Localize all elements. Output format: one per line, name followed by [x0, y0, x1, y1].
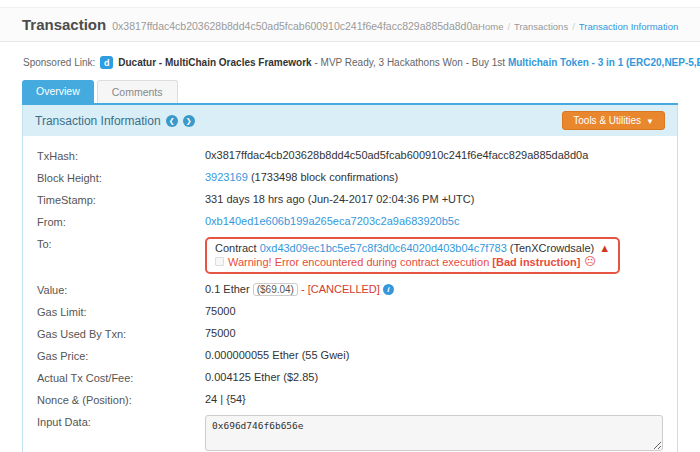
contract-prefix: Contract	[215, 242, 260, 254]
contract-warning-line: Warning! Error encountered during contra…	[215, 256, 610, 268]
page-title-hash: 0x3817ffdac4cb203628b8dd4c50ad5fcab60091…	[112, 20, 478, 32]
row-label: Nonce & (Position):	[37, 393, 205, 406]
breadcrumb-home[interactable]: Home	[478, 21, 503, 32]
row-gas-price: Gas Price: 0.000000055 Ether (55 Gwei)	[37, 344, 663, 366]
info-icon[interactable]: i	[383, 284, 394, 295]
sponsored-bold-text: Ducatur - MultiChain Oracles Framework	[118, 57, 311, 68]
prev-transaction-icon[interactable]: ❮	[166, 115, 178, 127]
from-address-link[interactable]: 0xb140ed1e606b199a265eca7203c2a9a683920b…	[205, 215, 459, 227]
cancelled-status: [CANCELLED]	[308, 283, 380, 295]
chevron-down-icon: ▼	[646, 117, 654, 126]
input-data-textarea[interactable]: 0x696d746f6b656e	[205, 415, 663, 451]
row-nonce: Nonce & (Position): 24 | {54}	[37, 388, 663, 410]
sponsored-label: Sponsored Link:	[23, 57, 95, 68]
panel-title: Transaction Information	[35, 114, 161, 128]
row-label: To:	[37, 237, 205, 250]
row-label: Block Height:	[37, 171, 205, 184]
timestamp-value: 331 days 18 hrs ago (Jun-24-2017 02:04:3…	[205, 193, 474, 205]
page-title-wrap: Transaction0x3817ffdac4cb203628b8dd4c50a…	[22, 16, 478, 33]
warning-text: Warning! Error encountered during contra…	[228, 256, 492, 268]
row-gas-used: Gas Used By Txn: 75000	[37, 322, 663, 344]
transaction-panel: Transaction Information ❮ ❯ Tools & Util…	[22, 105, 678, 452]
row-from: From: 0xb140ed1e606b199a265eca7203c2a9a6…	[37, 210, 663, 232]
tools-utilities-label: Tools & Utilities	[573, 115, 641, 126]
nonce-value: 24 | {54}	[205, 393, 246, 405]
block-height-link[interactable]: 3923169	[205, 171, 248, 183]
row-label: Gas Price:	[37, 349, 205, 362]
breadcrumb-transactions[interactable]: Transactions	[514, 21, 568, 32]
row-txhash: TxHash: 0x3817ffdac4cb203628b8dd4c50ad5f…	[37, 144, 663, 166]
panel-body: TxHash: 0x3817ffdac4cb203628b8dd4c50ad5f…	[23, 136, 677, 452]
breadcrumb-separator: /	[572, 21, 575, 32]
gas-used-value: 75000	[205, 327, 236, 339]
row-block-height: Block Height: 3923169 (1733498 block con…	[37, 166, 663, 188]
to-contract-line: Contract 0xd43d09ec1bc5e57c8f3d0c64020d4…	[215, 242, 610, 254]
row-label: TimeStamp:	[37, 193, 205, 206]
contract-name: (TenXCrowdsale)	[507, 242, 594, 254]
bad-instruction-text: [Bad instruction]	[492, 256, 580, 268]
row-input-data: Input Data: 0x696d746f6b656e Convert To …	[37, 410, 663, 452]
breadcrumb-separator: /	[507, 21, 510, 32]
tab-overview[interactable]: Overview	[22, 80, 94, 103]
row-timestamp: TimeStamp: 331 days 18 hrs ago (Jun-24-2…	[37, 188, 663, 210]
tab-comments[interactable]: Comments	[97, 80, 178, 103]
block-confirmations: (1733498 block confirmations)	[248, 171, 398, 183]
row-value: Value: 0.1 Ether ($69.04) - [CANCELLED]i	[37, 278, 663, 300]
tx-cost-value: 0.004125 Ether ($2.85)	[205, 371, 318, 383]
page-header: Transaction0x3817ffdac4cb203628b8dd4c50a…	[0, 7, 700, 42]
sad-face-icon: ☹	[584, 256, 595, 267]
gas-price-value: 0.000000055 Ether (55 Gwei)	[205, 349, 349, 361]
warning-triangle-icon: ▲	[599, 242, 610, 254]
sponsored-link-bar: Sponsored Link: d Ducatur - MultiChain O…	[22, 42, 678, 80]
row-label: Input Data:	[37, 415, 205, 428]
top-strip	[0, 0, 700, 7]
error-icon	[215, 257, 224, 266]
tab-bar: Overview Comments	[22, 80, 678, 105]
usd-value-badge: ($69.04)	[253, 283, 298, 296]
value-amount: 0.1 Ether	[205, 283, 250, 295]
to-address-link[interactable]: 0xd43d09ec1bc5e57c8f3d0c64020d403b04c7f7…	[260, 242, 507, 254]
row-label: From:	[37, 215, 205, 228]
tools-utilities-button[interactable]: Tools & Utilities▼	[562, 111, 665, 130]
panel-header: Transaction Information ❮ ❯ Tools & Util…	[23, 105, 677, 136]
gas-limit-value: 75000	[205, 305, 236, 317]
contract-error-box: Contract 0xd43d09ec1bc5e57c8f3d0c64020d4…	[205, 237, 620, 274]
row-label: Gas Limit:	[37, 305, 205, 318]
row-label: Gas Used By Txn:	[37, 327, 205, 340]
breadcrumb-current: Transaction Information	[579, 21, 678, 32]
txhash-value: 0x3817ffdac4cb203628b8dd4c50ad5fcab60091…	[205, 149, 588, 161]
cancelled-dash: -	[298, 283, 308, 295]
page-title: Transaction	[22, 16, 106, 33]
main-content: Sponsored Link: d Ducatur - MultiChain O…	[0, 42, 700, 452]
row-label: TxHash:	[37, 149, 205, 162]
row-label: Value:	[37, 283, 205, 296]
row-tx-cost: Actual Tx Cost/Fee: 0.004125 Ether ($2.8…	[37, 366, 663, 388]
row-gas-limit: Gas Limit: 75000	[37, 300, 663, 322]
ducatur-logo-icon: d	[100, 56, 113, 69]
row-to: To: Contract 0xd43d09ec1bc5e57c8f3d0c640…	[37, 232, 663, 278]
sponsored-plain-text: - MVP Ready, 3 Hackathons Won - Buy 1st	[312, 57, 508, 68]
row-label: Actual Tx Cost/Fee:	[37, 371, 205, 384]
breadcrumb: Home/Transactions/Transaction Informatio…	[478, 21, 678, 32]
next-transaction-icon[interactable]: ❯	[183, 115, 195, 127]
sponsored-link[interactable]: Multichain Token - 3 in 1 (ERC20,NEP-5,E…	[508, 57, 700, 68]
